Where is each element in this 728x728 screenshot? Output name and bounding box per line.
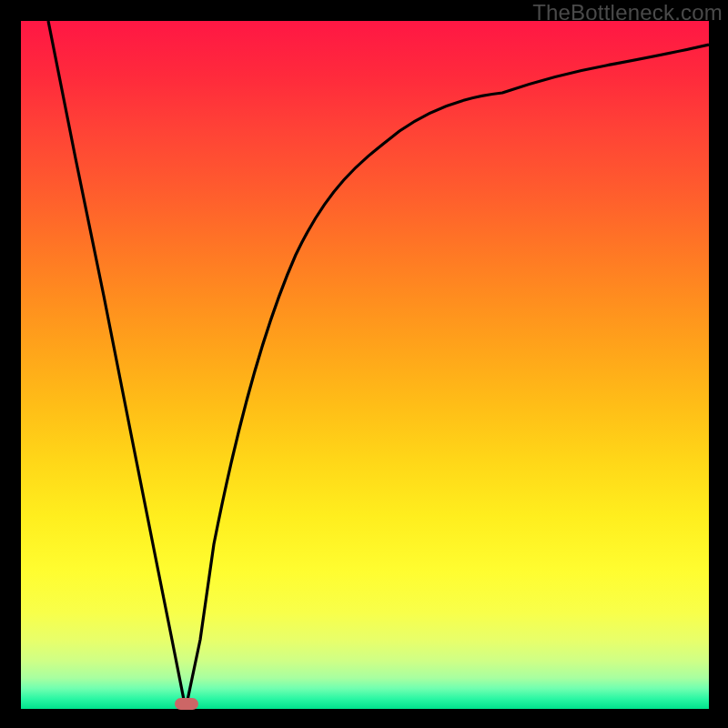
optimal-marker [175,698,198,710]
chart-frame: TheBottleneck.com [0,0,728,728]
watermark-text: TheBottleneck.com [532,0,723,25]
plot-area [21,21,709,709]
bottleneck-curve [48,21,709,709]
curve-layer [21,21,709,709]
